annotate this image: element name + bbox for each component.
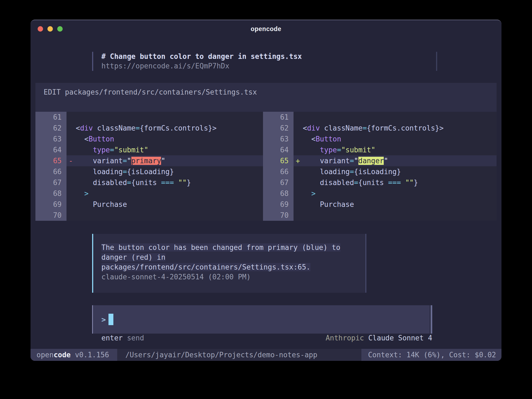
code-line: <div className={formCs.controls}>: [66, 123, 263, 134]
model-label: Claude Sonnet 4: [368, 334, 432, 342]
code-line: <Button: [66, 134, 263, 144]
send-label: send: [127, 334, 144, 342]
assistant-message: The button color has been changed from p…: [92, 234, 366, 293]
edit-tool-panel: EDIT packages/frontend/src/containers/Se…: [35, 83, 497, 221]
app-version: v0.1.156: [71, 351, 109, 359]
line-number: 66: [35, 166, 66, 177]
line-number: 61: [35, 112, 66, 123]
line-number: 66: [263, 166, 294, 177]
code-line: disabled={units === ""}: [66, 177, 263, 188]
prompt-title: # Change button color to danger in setti…: [101, 52, 302, 61]
status-bar: opencode v0.1.156 /Users/jayair/Desktop/…: [31, 349, 501, 361]
line-number: 64: [35, 144, 66, 155]
message-line: The button color has been changed from p…: [101, 243, 340, 252]
model-timestamp: claude-sonnet-4-20250514 (02:00 PM): [101, 273, 251, 281]
code-line: Purchase: [66, 199, 263, 210]
diff-row: 7070: [35, 210, 497, 221]
line-number: 69: [263, 199, 294, 210]
code-line: [294, 112, 497, 123]
diff-row: 63 <Button63 <Button: [35, 134, 497, 144]
prompt-indicator: >: [101, 315, 106, 324]
message-line: packages/frontend/src/containers/Setting…: [101, 263, 310, 271]
edit-tool-header: EDIT packages/frontend/src/containers/Se…: [35, 83, 497, 97]
prompt-input[interactable]: >: [92, 305, 430, 334]
usage-stats: Context: 14K (6%), Cost: $0.02: [361, 349, 501, 361]
code-line: loading={isLoading}: [294, 166, 497, 177]
diff-row: 69 Purchase69 Purchase: [35, 199, 497, 210]
close-button[interactable]: [38, 26, 43, 32]
line-number: 67: [35, 177, 66, 188]
enter-key-hint: enter: [101, 334, 123, 342]
window-title: opencode: [251, 25, 282, 33]
working-directory: /Users/jayair/Desktop/Projects/demo-note…: [125, 349, 317, 361]
line-number: 65: [35, 155, 66, 166]
code-line: [66, 210, 263, 221]
diff-row: 68 >68 >: [35, 188, 497, 199]
code-line: type="submit": [66, 144, 263, 155]
message-body: The button color has been changed from p…: [93, 234, 366, 293]
diff-row: 65- variant="primary"65+ variant="danger…: [35, 155, 497, 166]
code-line: - variant="primary": [66, 155, 263, 166]
zoom-button[interactable]: [57, 26, 63, 32]
minimize-button[interactable]: [47, 26, 53, 32]
diff-row: 62<div className={formCs.controls}>62<di…: [35, 123, 497, 134]
diff-row: 6161: [35, 112, 497, 123]
code-line: <div className={formCs.controls}>: [294, 123, 497, 134]
code-line: <Button: [294, 134, 497, 144]
line-number: 68: [263, 188, 294, 199]
diff-view: 616162<div className={formCs.controls}>6…: [35, 112, 497, 221]
model-indicator: Anthropic Claude Sonnet 4: [326, 332, 432, 343]
input-right-border: [431, 305, 432, 334]
app-name-bold: code: [54, 351, 71, 359]
line-number: 63: [35, 134, 66, 144]
code-line: >: [294, 188, 497, 199]
app-name-segment: opencode v0.1.156: [31, 349, 117, 361]
hints-row: enter send Anthropic Claude Sonnet 4: [101, 332, 432, 343]
edit-file-path: packages/frontend/src/containers/Setting…: [65, 88, 257, 96]
line-number: 70: [35, 210, 66, 221]
code-line: disabled={units === ""}: [294, 177, 497, 188]
line-number: 62: [35, 123, 66, 134]
opencode-window: opencode # Change button color to danger…: [31, 20, 501, 361]
prompt-header-right-border: [436, 52, 437, 71]
line-number: 70: [263, 210, 294, 221]
line-number: 68: [35, 188, 66, 199]
line-number: 63: [263, 134, 294, 144]
share-url-link[interactable]: https://opencode.ai/s/EQmP7hDx: [101, 61, 302, 71]
deletion-marker-icon: -: [69, 155, 73, 166]
edit-action-label: EDIT: [44, 88, 65, 96]
line-number: 62: [263, 123, 294, 134]
app-name: open: [37, 351, 54, 359]
code-line: + variant="danger": [294, 155, 497, 166]
message-line: danger (red) in: [101, 253, 165, 261]
line-number: 67: [263, 177, 294, 188]
diff-row: 67 disabled={units === ""}67 disabled={u…: [35, 177, 497, 188]
code-line: >: [66, 188, 263, 199]
titlebar: opencode: [31, 20, 501, 38]
code-line: type="submit": [294, 144, 497, 155]
code-line: [294, 210, 497, 221]
diff-row: 66 loading={isLoading}66 loading={isLoad…: [35, 166, 497, 177]
line-number: 64: [263, 144, 294, 155]
code-line: [66, 112, 263, 123]
prompt-header: # Change button color to danger in setti…: [92, 52, 302, 71]
line-number: 65: [263, 155, 294, 166]
text-cursor: [108, 314, 113, 325]
code-line: Purchase: [294, 199, 497, 210]
line-number: 61: [263, 112, 294, 123]
diff-row: 64 type="submit"64 type="submit": [35, 144, 497, 155]
provider-label: Anthropic: [326, 334, 364, 342]
code-line: loading={isLoading}: [66, 166, 263, 177]
traffic-lights: [38, 20, 63, 38]
send-hint: enter send: [101, 332, 144, 343]
line-number: 69: [35, 199, 66, 210]
addition-marker-icon: +: [296, 155, 300, 166]
